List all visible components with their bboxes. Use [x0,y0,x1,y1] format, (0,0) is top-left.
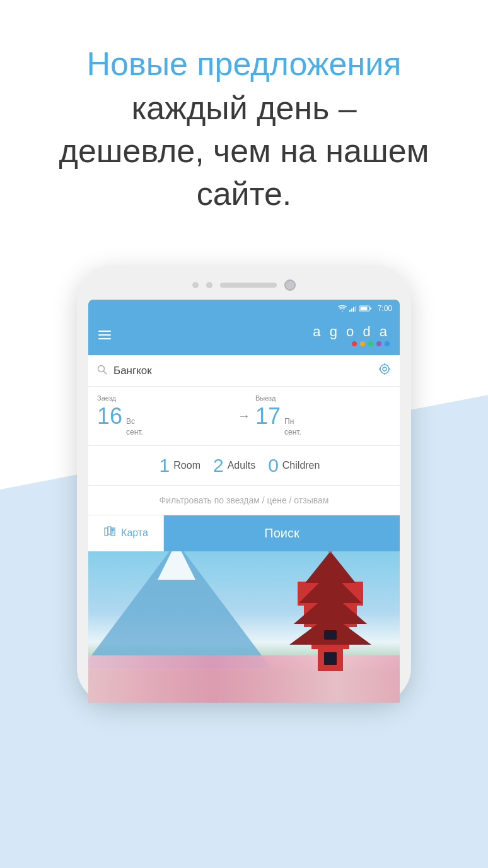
search-input-value: Бангкок [113,365,378,377]
page-container: Новые предложения каждый день – дешевле,… [0,0,488,868]
phone-outer: 7:00 a g o d a [77,266,411,703]
checkout-month: сент. [284,427,301,438]
map-button-label: Карта [121,527,148,539]
children-count: 0 [268,455,279,476]
speaker-bar [220,283,277,288]
menu-button[interactable] [98,331,111,339]
svg-rect-5 [360,307,367,310]
status-bar: 7:00 [88,300,400,317]
checkin-month: сент. [126,427,143,438]
svg-rect-16 [108,527,111,534]
svg-rect-6 [370,308,371,310]
search-box[interactable]: Бангкок [88,355,400,387]
dot-purple [376,341,381,346]
checkout-date-main: 17 Пн сент. [255,403,391,438]
headline-lines23: каждый день – дешевле, чем на нашем сайт… [25,87,463,215]
front-camera [284,279,296,291]
filter-row[interactable]: Фильтровать по звездам / цене / отзывам [88,486,400,515]
svg-rect-0 [349,310,351,312]
checkin-date-main: 16 Вс сент. [97,403,233,438]
dot-orange [360,341,365,346]
svg-point-10 [383,367,386,371]
headline-section: Новые предложения каждый день – дешевле,… [0,0,488,240]
dot-red [352,341,357,346]
dot-green [368,341,373,346]
hamburger-line2 [98,334,111,336]
action-buttons-row: Карта Поиск [88,515,400,551]
map-button[interactable]: Карта [88,515,164,551]
pagoda-svg [280,551,381,671]
checkout-dayname: Пн [284,416,301,427]
date-section[interactable]: Заезд 16 Вс сент. → Выезд [88,387,400,446]
checkout-label: Выезд [255,394,391,402]
map-icon [103,525,116,541]
phone-top-bar [88,279,400,300]
svg-rect-2 [353,307,354,312]
room-config-row[interactable]: 1 Room 2 Adults 0 Children [88,446,400,486]
speaker-dot-right [206,282,212,288]
agoda-logo: a g o d a [313,324,390,346]
svg-rect-1 [351,308,352,312]
rooms-count: 1 [160,455,170,476]
checkin-day: 16 [97,403,122,430]
dot-blue [385,341,390,346]
app-header: a g o d a [88,317,400,355]
search-button[interactable]: Поиск [164,515,400,551]
hamburger-line1 [98,331,111,332]
status-time: 7:00 [378,304,392,313]
adults-label: Adults [228,460,255,471]
phone-mockup: 7:00 a g o d a [0,266,488,703]
svg-rect-29 [328,551,332,553]
headline-line1: Новые предложения [25,44,463,83]
headline-line2: каждый день – [131,90,356,126]
wifi-icon [338,305,347,312]
checkin-dayname: Вс [126,416,143,427]
svg-rect-31 [324,630,337,640]
battery-icon [359,305,372,312]
checkout-info: Пн сент. [284,416,301,438]
mountain-svg [88,551,271,668]
svg-line-8 [104,371,107,374]
checkout-day: 17 [255,403,281,430]
checkout-block: Выезд 17 Пн сент. [255,394,391,438]
checkin-label: Заезд [97,394,233,402]
children-label: Children [282,460,320,471]
svg-rect-15 [105,528,108,536]
signal-icon [349,305,357,312]
adults-count: 2 [213,455,224,476]
checkin-block: Заезд 16 Вс сент. [97,394,233,438]
svg-point-18 [112,529,114,531]
svg-point-9 [380,365,389,373]
svg-rect-32 [324,652,337,665]
filter-placeholder: Фильтровать по звездам / цене / отзывам [160,495,329,505]
hamburger-line3 [98,338,111,339]
agoda-text: a g o d a [313,324,390,340]
temple-image [88,551,400,703]
agoda-dots [352,341,390,346]
status-icons: 7:00 [338,304,392,313]
headline-line3: дешевле, чем на нашем сайте. [59,132,429,212]
checkin-info: Вс сент. [126,416,143,438]
rooms-label: Room [173,460,200,471]
search-icon [97,365,107,377]
svg-rect-3 [355,306,356,312]
speaker-dot-left [192,282,199,288]
search-button-label: Поиск [264,526,299,540]
phone-screen: 7:00 a g o d a [88,300,400,703]
date-arrow-icon: → [238,409,250,423]
location-icon[interactable] [378,363,391,378]
